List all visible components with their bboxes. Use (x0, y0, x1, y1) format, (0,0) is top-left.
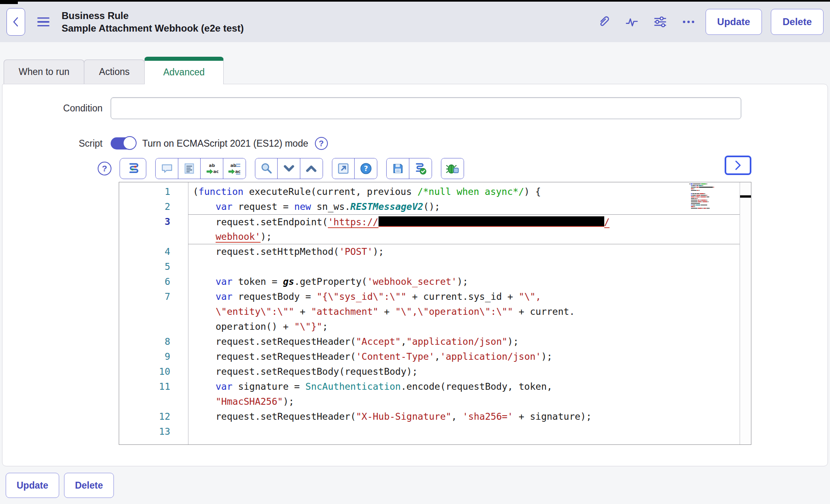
code-line[interactable]: 11var signature = SncAuthentication.enco… (119, 379, 751, 394)
line-number[interactable] (119, 394, 188, 409)
code-text[interactable]: var signature = SncAuthentication.encode… (188, 379, 751, 394)
open-in-new-window-button[interactable] (332, 158, 355, 179)
line-number[interactable]: 13 (119, 424, 188, 439)
code-line[interactable]: 10request.setRequestBody(requestBody); (119, 364, 751, 379)
back-button[interactable] (6, 8, 25, 36)
bug-icon (446, 162, 459, 175)
code-line[interactable]: 3request.setEndpoint('https:/// (119, 214, 751, 229)
attachment-button[interactable] (595, 14, 612, 30)
condition-input[interactable] (111, 97, 741, 119)
save-script-button[interactable] (386, 158, 409, 179)
personalize-form-button[interactable] (652, 14, 668, 30)
code-line[interactable]: 7var requestBody = "{\"sys_id\":\"" + cu… (119, 289, 751, 304)
line-number[interactable]: 10 (119, 364, 188, 379)
code-line[interactable]: 2var request = new sn_ws.RESTMessageV2()… (119, 199, 751, 214)
code-text[interactable] (188, 424, 751, 439)
expand-editor-button[interactable] (725, 156, 751, 175)
code-text[interactable]: var request = new sn_ws.RESTMessageV2(); (188, 199, 751, 214)
replace-button[interactable]: ab ac (200, 158, 223, 179)
search-icon (260, 162, 272, 175)
syntax-script-icon (127, 162, 139, 175)
code-line[interactable]: 13 (119, 424, 751, 439)
code-text[interactable]: request.setRequestHeader("Accept","appli… (188, 334, 751, 349)
svg-text:ab: ab (209, 163, 215, 168)
es12-help-icon[interactable]: ? (315, 137, 328, 150)
code-text[interactable]: operation() + "\"}"; (188, 319, 751, 334)
tab-when-to-run[interactable]: When to run (4, 60, 84, 84)
line-number[interactable]: 8 (119, 334, 188, 349)
code-line[interactable]: webhook'); (119, 229, 751, 244)
find-previous-button[interactable] (300, 158, 323, 179)
paperclip-icon (597, 15, 610, 29)
line-number[interactable] (119, 229, 188, 244)
line-number[interactable] (119, 304, 188, 319)
context-menu-icon[interactable] (37, 17, 49, 27)
script-field-help-icon[interactable]: ? (98, 162, 111, 175)
line-number[interactable]: 5 (119, 259, 188, 274)
line-number[interactable]: 12 (119, 409, 188, 424)
code-text[interactable]: request.setHttpMethod('POST'); (188, 244, 751, 259)
line-number[interactable]: 11 (119, 379, 188, 394)
more-options-button[interactable] (680, 14, 697, 30)
code-text[interactable] (188, 259, 751, 274)
format-code-button[interactable] (178, 158, 201, 179)
validate-script-button[interactable] (409, 158, 432, 179)
code-line[interactable]: 12request.setRequestHeader("X-Hub-Signat… (119, 409, 751, 424)
sliders-icon (653, 16, 667, 28)
code-line[interactable]: 1(function executeRule(current, previous… (119, 184, 751, 199)
code-line[interactable]: 8request.setRequestHeader("Accept","appl… (119, 334, 751, 349)
code-text[interactable]: request.setRequestHeader('Content-Type',… (188, 349, 751, 364)
line-number[interactable] (119, 319, 188, 334)
update-button-bottom[interactable]: Update (6, 473, 59, 498)
tab-actions[interactable]: Actions (84, 60, 144, 84)
code-line[interactable]: \"entity\":\"" + "attachment" + "\",\"op… (119, 304, 751, 319)
code-line[interactable]: "HmacSHA256"); (119, 394, 751, 409)
chevron-left-icon (11, 16, 20, 28)
script-code-editor[interactable]: 1(function executeRule(current, previous… (119, 182, 751, 445)
code-line[interactable]: 6var token = gs.getProperty('webhook_sec… (119, 274, 751, 289)
line-number[interactable]: 4 (119, 244, 188, 259)
replace-icon: ab ac (205, 162, 218, 175)
code-text[interactable]: webhook'); (188, 229, 751, 244)
save-validate-group (386, 158, 432, 179)
syntax-highlight-button[interactable] (120, 158, 146, 179)
code-text[interactable]: \"entity\":\"" + "attachment" + "\",\"op… (188, 304, 751, 319)
code-text[interactable]: var requestBody = "{\"sys_id\":\"" + cur… (188, 289, 751, 304)
line-number[interactable]: 3 (119, 214, 188, 229)
window-top-edge (0, 0, 830, 2)
code-line[interactable]: operation() + "\"}"; (119, 319, 751, 334)
scrollbar-thumb[interactable] (740, 195, 751, 198)
tab-advanced[interactable]: Advanced (144, 57, 224, 84)
line-number[interactable]: 1 (119, 184, 188, 199)
activity-stream-button[interactable] (624, 14, 640, 30)
delete-button-bottom[interactable]: Delete (64, 473, 114, 498)
es12-mode-toggle[interactable] (111, 137, 136, 149)
advanced-tab-panel: Condition Script Turn on ECMAScript 2021… (2, 84, 828, 466)
code-line[interactable]: 4request.setHttpMethod('POST'); (119, 244, 751, 259)
code-text[interactable]: request.setRequestHeader("X-Hub-Signatur… (188, 409, 751, 424)
find-next-button[interactable] (277, 158, 300, 179)
update-button[interactable]: Update (706, 9, 762, 35)
line-number[interactable]: 9 (119, 349, 188, 364)
line-number[interactable]: 2 (119, 199, 188, 214)
delete-button[interactable]: Delete (771, 9, 824, 35)
editor-help-button[interactable]: ? (354, 158, 377, 179)
find-button[interactable] (255, 158, 278, 179)
code-text[interactable]: var token = gs.getProperty('webhook_secr… (188, 274, 751, 289)
code-text[interactable]: request.setRequestBody(requestBody); (188, 364, 751, 379)
debug-group (441, 158, 464, 179)
editor-minimap[interactable] (689, 184, 738, 214)
code-line[interactable]: 5 (119, 259, 751, 274)
line-number[interactable]: 7 (119, 289, 188, 304)
replace-all-button[interactable]: ab ac (223, 158, 246, 179)
line-number[interactable]: 6 (119, 274, 188, 289)
script-check-icon (414, 162, 427, 175)
code-text[interactable]: request.setEndpoint('https:/// (188, 214, 751, 229)
toggle-comment-button[interactable] (155, 158, 178, 179)
page-title: Business Rule Sample Attachment Webhook … (62, 9, 244, 34)
code-line[interactable]: 9request.setRequestHeader('Content-Type'… (119, 349, 751, 364)
code-text[interactable]: "HmacSHA256"); (188, 394, 751, 409)
debug-script-button[interactable] (441, 158, 464, 179)
code-text[interactable]: (function executeRule(current, previous … (188, 184, 751, 199)
editor-scrollbar[interactable] (740, 182, 751, 444)
